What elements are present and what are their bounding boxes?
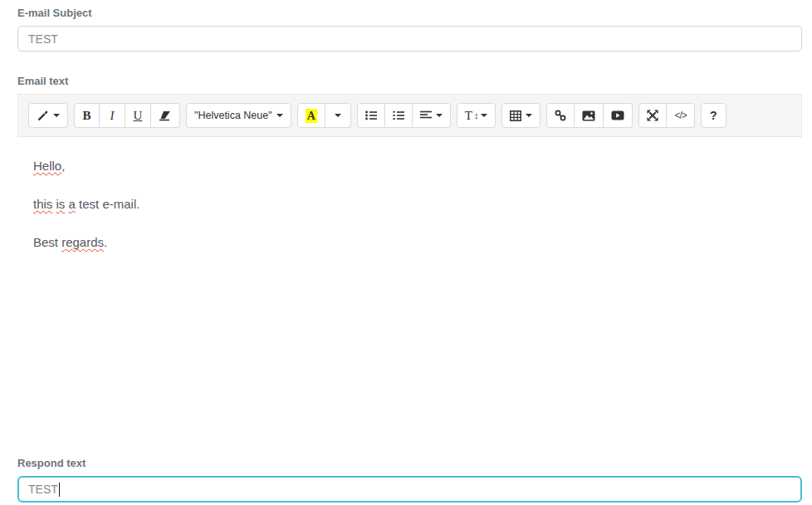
chevron-down-icon — [53, 114, 60, 117]
eraser-icon — [159, 110, 172, 121]
respond-input-value: TEST — [28, 483, 58, 496]
underline-button[interactable]: U — [125, 103, 151, 128]
style-dropdown-button[interactable] — [28, 103, 68, 128]
color-dropdown-button[interactable] — [325, 103, 351, 128]
subject-input[interactable] — [17, 26, 802, 51]
subject-label: E-mail Subject — [17, 7, 802, 19]
align-left-icon — [420, 110, 432, 120]
editor-paragraph: Best regards. — [33, 233, 786, 251]
email-text-label: Email text — [17, 75, 802, 87]
chevron-down-icon — [335, 114, 341, 117]
unordered-list-icon — [365, 110, 377, 120]
table-icon — [510, 110, 521, 121]
magic-wand-icon — [37, 110, 49, 122]
recent-color-button[interactable]: A — [297, 103, 325, 128]
picture-button[interactable] — [575, 103, 604, 128]
paragraph-group — [357, 103, 451, 128]
misspelled-word: regards — [61, 235, 104, 249]
editor-paragraph: Hello, — [33, 157, 786, 174]
font-family-button[interactable]: "Helvetica Neue" — [186, 103, 291, 128]
codeview-button[interactable]: </> — [667, 103, 694, 128]
line-height-group: T↕ — [457, 103, 496, 128]
chevron-down-icon — [276, 114, 283, 117]
line-height-button[interactable]: T↕ — [457, 103, 496, 128]
paragraph-align-button[interactable] — [413, 103, 451, 128]
ordered-list-button[interactable] — [385, 103, 413, 128]
picture-icon — [582, 110, 595, 121]
link-icon — [555, 110, 566, 121]
table-button[interactable] — [501, 103, 541, 128]
text-height-arrow-icon: ↕ — [474, 110, 477, 120]
editor-paragraph: this is a test e-mail. — [33, 195, 786, 213]
chevron-down-icon — [481, 114, 487, 117]
link-button[interactable] — [546, 103, 575, 128]
text-cursor — [59, 483, 60, 497]
email-form: E-mail Subject Email text B — [0, 0, 812, 503]
style-group — [28, 103, 68, 128]
chevron-down-icon — [526, 114, 532, 117]
table-group — [501, 103, 541, 128]
ordered-list-icon — [393, 110, 404, 120]
fullscreen-arrows-icon — [647, 110, 658, 121]
fullscreen-button[interactable] — [638, 103, 667, 128]
misspelled-word: a — [69, 197, 76, 211]
editor-toolbar: B I U "Helvetica Neue" — [17, 94, 802, 137]
respond-input[interactable]: TEST — [17, 476, 802, 503]
help-button[interactable]: ? — [701, 103, 726, 128]
misspelled-word: Hello — [33, 159, 61, 173]
editor-content[interactable]: Hello,this is a test e-mail.Best regards… — [17, 137, 802, 447]
video-button[interactable] — [604, 103, 633, 128]
unordered-list-button[interactable] — [357, 103, 385, 128]
chevron-down-icon — [436, 114, 443, 117]
insert-group — [546, 103, 633, 128]
font-family-group: "Helvetica Neue" — [186, 103, 291, 128]
respond-label: Respond text — [17, 457, 802, 469]
color-group: A — [297, 103, 351, 128]
misspelled-word: this — [33, 197, 52, 211]
rich-text-editor: B I U "Helvetica Neue" — [17, 94, 802, 447]
font-style-group: B I U — [74, 103, 180, 128]
bold-button[interactable]: B — [74, 103, 100, 128]
misspelled-word: is — [56, 197, 66, 211]
video-icon — [611, 110, 624, 120]
view-group: </> — [638, 103, 694, 128]
help-group: ? — [701, 103, 726, 128]
clear-formatting-button[interactable] — [151, 103, 180, 128]
italic-button[interactable]: I — [100, 103, 125, 128]
